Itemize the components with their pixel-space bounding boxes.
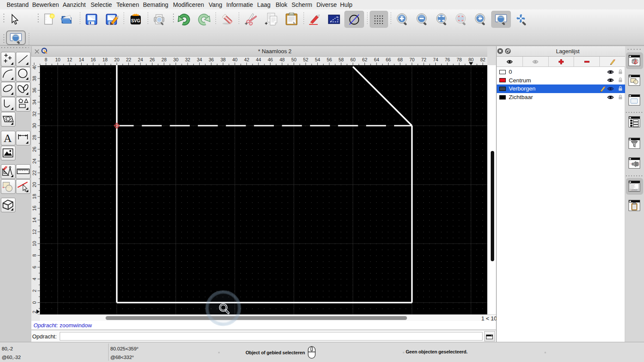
svg-text:14: 14 (32, 217, 37, 223)
svg-text:0: 0 (32, 301, 37, 304)
svg-text:78: 78 (456, 57, 462, 62)
svg-text:66: 66 (386, 57, 391, 62)
svg-text:42: 42 (244, 57, 249, 62)
svg-text:82: 82 (480, 57, 485, 62)
svg-text:2: 2 (32, 290, 37, 292)
svg-text:22: 22 (126, 57, 131, 62)
svg-text:24: 24 (32, 158, 37, 163)
svg-text:22: 22 (32, 170, 37, 175)
svg-text:48: 48 (279, 57, 285, 62)
svg-text:38: 38 (32, 76, 37, 81)
svg-text:8: 8 (45, 57, 47, 62)
svg-text:50: 50 (291, 57, 296, 62)
svg-text:6: 6 (32, 266, 37, 268)
svg-text:30: 30 (173, 57, 178, 62)
svg-text:28: 28 (32, 135, 37, 140)
svg-text:74: 74 (433, 57, 438, 62)
svg-text:12: 12 (67, 57, 72, 62)
svg-text:16: 16 (32, 205, 37, 211)
svg-text:76: 76 (445, 57, 450, 62)
svg-text:20: 20 (32, 182, 37, 187)
svg-text:26: 26 (149, 57, 155, 62)
svg-text:62: 62 (362, 57, 367, 62)
svg-text:32: 32 (32, 111, 37, 116)
svg-text:4: 4 (32, 278, 37, 280)
svg-text:58: 58 (338, 57, 343, 62)
svg-text:70: 70 (409, 57, 414, 62)
svg-text:command: command (631, 189, 637, 191)
svg-text:34: 34 (197, 57, 202, 62)
svg-text:40: 40 (232, 57, 237, 62)
svg-text:SVG: SVG (131, 18, 140, 23)
svg-text:40: 40 (32, 65, 37, 69)
svg-text:64: 64 (374, 57, 379, 62)
svg-text:8: 8 (32, 254, 37, 256)
svg-text:16: 16 (91, 57, 96, 62)
svg-text:14: 14 (79, 57, 84, 62)
svg-text:20: 20 (114, 57, 119, 62)
svg-text:72: 72 (421, 57, 426, 62)
svg-text:26: 26 (32, 147, 37, 152)
svg-text:32: 32 (185, 57, 190, 62)
svg-text:60: 60 (350, 57, 355, 62)
svg-text:54: 54 (315, 57, 320, 62)
svg-text:44: 44 (256, 57, 261, 62)
svg-text:34: 34 (32, 100, 37, 105)
svg-text:28: 28 (161, 57, 167, 62)
svg-text:30: 30 (32, 123, 37, 128)
svg-text:56: 56 (327, 57, 332, 62)
svg-text:46: 46 (267, 57, 273, 62)
svg-text:A: A (4, 132, 12, 145)
svg-text:36: 36 (209, 57, 214, 62)
svg-text:24: 24 (138, 57, 143, 62)
svg-text:52: 52 (303, 57, 308, 62)
svg-text:18: 18 (32, 194, 37, 199)
svg-text:2: 2 (32, 311, 37, 313)
svg-text:38: 38 (220, 57, 225, 62)
svg-text:18: 18 (102, 57, 107, 62)
svg-text:12: 12 (32, 229, 37, 234)
svg-text:10: 10 (32, 241, 37, 246)
svg-text:68: 68 (398, 57, 403, 62)
svg-text:80: 80 (468, 57, 474, 62)
svg-text:36: 36 (32, 87, 37, 93)
svg-text:10: 10 (55, 57, 60, 62)
